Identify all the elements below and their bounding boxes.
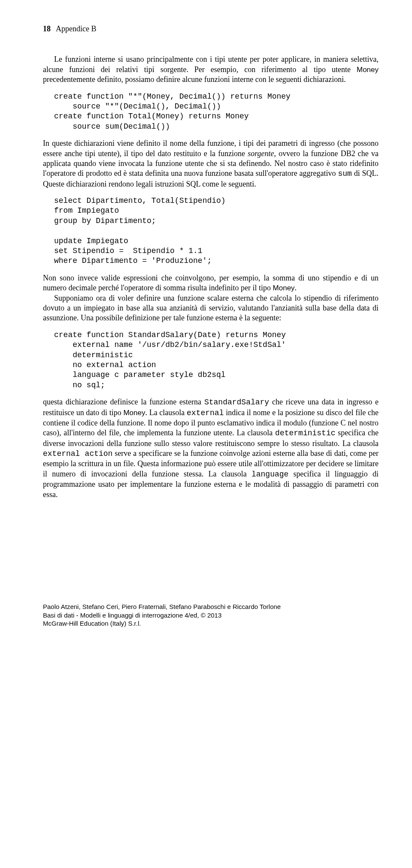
paragraph-3: Non sono invece valide espressioni che c… <box>43 273 379 293</box>
paragraph-2: In queste dichiarazioni viene definito i… <box>43 139 379 189</box>
footer-publisher: McGraw-Hill Education (Italy) S.r.l. <box>43 619 379 628</box>
code-block-1: create function "*"(Money, Decimal()) re… <box>54 92 379 132</box>
page-header: 18Appendice B <box>43 24 379 34</box>
code-block-3: create function StandardSalary(Date) ret… <box>54 330 379 390</box>
para5-tt-external-action: external action <box>43 449 112 458</box>
para1-tail: precedentemente definito, possiamo defin… <box>43 75 346 84</box>
paragraph-4: Supponiamo ora di voler definire una fun… <box>43 293 379 323</box>
para3-a: Non sono invece valide espressioni che c… <box>43 274 379 292</box>
para2-italic-sorgente: sorgente <box>248 149 274 158</box>
para5-tt-external: external <box>187 409 224 417</box>
para5-tt-standardsalary: StandardSalary <box>204 398 269 407</box>
page-content: 18Appendice B Le funzioni interne si usa… <box>0 0 412 649</box>
footer-title: Basi di dati - Modelli e linguaggi di in… <box>43 611 379 620</box>
code-block-2: select Dipartimento, Total(Stipendio) fr… <box>54 196 379 266</box>
para3-type-money: Money <box>273 284 295 292</box>
paragraph-5: questa dichiarazione definisce la funzio… <box>43 397 379 500</box>
page-footer: Paolo Atzeni, Stefano Ceri, Piero Frater… <box>43 603 379 628</box>
appendix-label: Appendice B <box>56 24 96 33</box>
para3-b: . <box>295 283 297 292</box>
paragraph-1: Le funzioni interne si usano principalme… <box>43 54 379 84</box>
footer-authors: Paolo Atzeni, Stefano Ceri, Piero Frater… <box>43 603 379 611</box>
para5-tt-language: language <box>251 470 288 479</box>
para5-type-money: Money <box>123 409 145 417</box>
para5-tt-deterministic: deterministic <box>275 429 335 437</box>
para2-tt-sum: sum <box>338 169 351 178</box>
para1-type-money: Money <box>357 66 379 74</box>
para4-text: Supponiamo ora di voler definire una fun… <box>43 294 379 322</box>
para1-text: Le funzioni interne si usano principalme… <box>43 55 379 73</box>
para5-c: . La clausola <box>145 408 187 417</box>
page-number: 18 <box>43 24 51 33</box>
para5-a: questa dichiarazione definisce la funzio… <box>43 398 204 406</box>
